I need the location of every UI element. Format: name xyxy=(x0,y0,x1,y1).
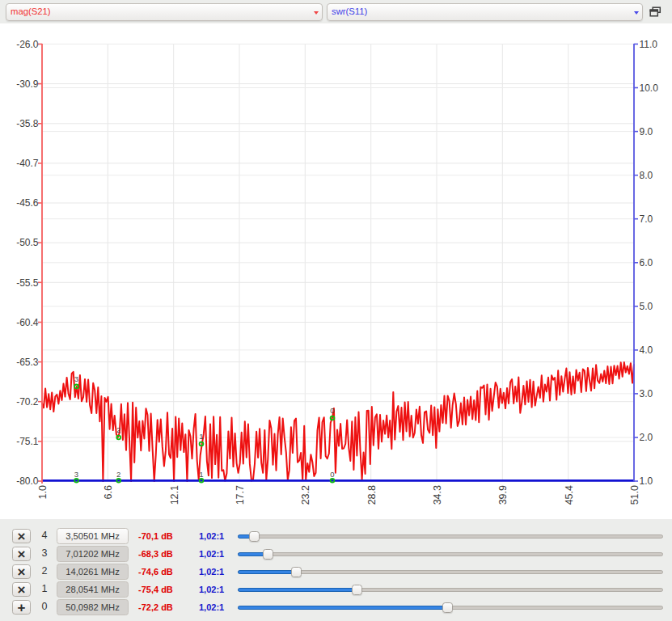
svg-text:9.0: 9.0 xyxy=(640,126,653,137)
svg-text:39.9: 39.9 xyxy=(497,485,509,505)
svg-text:3.0: 3.0 xyxy=(640,388,653,399)
svg-text:-45.6: -45.6 xyxy=(16,197,39,209)
svg-text:-30.9: -30.9 xyxy=(16,78,39,90)
svg-text:-60.4: -60.4 xyxy=(16,317,39,328)
svg-text:3: 3 xyxy=(74,374,78,383)
svg-text:4.0: 4.0 xyxy=(640,344,653,356)
svg-text:6.0: 6.0 xyxy=(640,257,653,268)
svg-text:0: 0 xyxy=(330,470,334,479)
svg-text:-50.5: -50.5 xyxy=(16,237,39,248)
svg-text:17.7: 17.7 xyxy=(235,485,246,505)
svg-text:28.8: 28.8 xyxy=(366,485,378,505)
svg-text:1: 1 xyxy=(199,432,203,441)
svg-text:23.2: 23.2 xyxy=(300,485,311,505)
svg-text:7.0: 7.0 xyxy=(640,213,653,225)
svg-text:0: 0 xyxy=(330,406,334,415)
svg-text:11.0: 11.0 xyxy=(640,39,658,50)
svg-text:2: 2 xyxy=(116,425,120,434)
svg-text:3: 3 xyxy=(74,470,78,479)
svg-text:-65.3: -65.3 xyxy=(16,357,39,368)
svg-text:1: 1 xyxy=(199,470,203,479)
svg-text:6.6: 6.6 xyxy=(103,485,114,499)
svg-text:8.0: 8.0 xyxy=(640,170,653,181)
svg-text:10.0: 10.0 xyxy=(640,82,659,94)
svg-text:45.4: 45.4 xyxy=(564,485,575,505)
svg-text:-26.0: -26.0 xyxy=(16,39,39,50)
svg-text:-70.2: -70.2 xyxy=(16,396,39,408)
svg-text:1.0: 1.0 xyxy=(640,475,653,487)
svg-text:-80.0: -80.0 xyxy=(16,475,39,487)
svg-text:51.0: 51.0 xyxy=(629,485,640,505)
svg-text:5.0: 5.0 xyxy=(640,301,653,312)
svg-text:2.0: 2.0 xyxy=(640,432,653,443)
svg-text:2: 2 xyxy=(116,470,120,479)
svg-text:-40.7: -40.7 xyxy=(16,158,39,169)
svg-text:-35.8: -35.8 xyxy=(16,118,39,129)
svg-text:1.0: 1.0 xyxy=(37,485,49,499)
svg-text:12.1: 12.1 xyxy=(169,485,180,505)
svg-text:34.3: 34.3 xyxy=(432,485,443,505)
svg-text:-75.1: -75.1 xyxy=(16,436,39,447)
svg-text:-55.5: -55.5 xyxy=(16,277,39,289)
